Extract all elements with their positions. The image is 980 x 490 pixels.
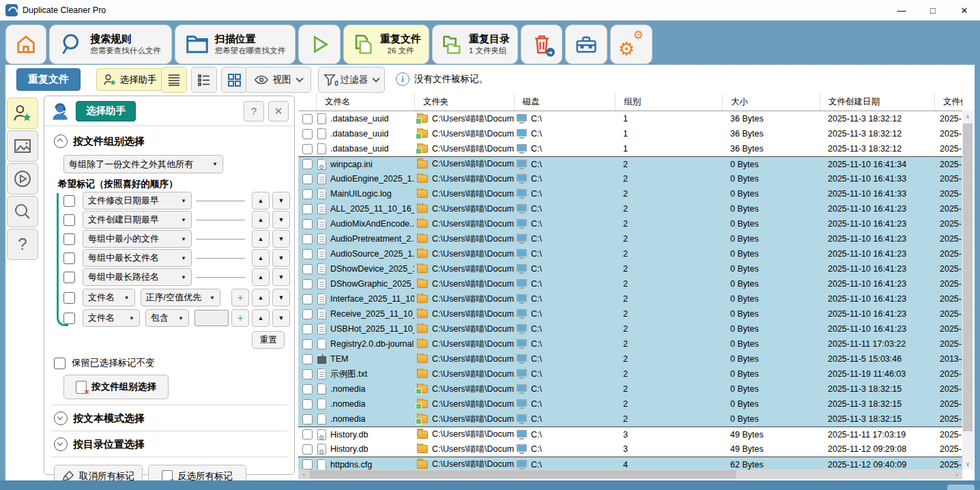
table-row[interactable]: .nomedia C:\Users\喵喵\Docum... C:\ 2 0 By…: [298, 412, 962, 427]
table-row[interactable]: .nomedia C:\Users\喵喵\Docum... C:\ 2 0 By…: [298, 381, 962, 397]
table-row[interactable]: .database_uuid C:\Users\喵喵\Docum... C:\ …: [298, 126, 962, 141]
move-up-button[interactable]: ▲: [252, 249, 270, 267]
grid-view-button[interactable]: [221, 67, 247, 93]
field-dropdown[interactable]: 文件名▼: [83, 289, 135, 306]
vertical-scrollbar[interactable]: ∧ ∨: [962, 111, 973, 470]
move-down-button[interactable]: ▼: [272, 268, 290, 286]
table-row[interactable]: Registry2.0.db-journal C:\Users\喵喵\Docum…: [298, 336, 962, 351]
keep-marks-checkbox[interactable]: [54, 358, 66, 369]
section-by-text-pattern[interactable]: 按文本模式选择: [54, 412, 145, 425]
header-created[interactable]: 文件创建日期: [820, 93, 934, 111]
table-row[interactable]: History.db C:\Users\喵喵\Docum... C:\ 3 49…: [298, 427, 962, 442]
selection-assistant-button[interactable]: 选择助手: [96, 68, 163, 91]
scroll-right-arrow[interactable]: ›: [951, 470, 962, 479]
row-checkbox[interactable]: [302, 399, 313, 409]
table-row[interactable]: .database_uuid C:\Users\喵喵\Docum... C:\ …: [298, 111, 962, 126]
add-criteria-button[interactable]: +: [231, 309, 249, 327]
header-folder[interactable]: 文件夹: [414, 93, 514, 111]
horizontal-scrollbar-thumb[interactable]: [310, 470, 736, 478]
criteria-dropdown[interactable]: 每组中最小的文件▼: [83, 230, 192, 248]
row-checkbox[interactable]: [302, 174, 313, 184]
table-row[interactable]: .database_uuid C:\Users\喵喵\Docum... C:\ …: [298, 141, 962, 156]
table-row[interactable]: 示例图.txt C:\Users\喵喵\Docum... C:\ 2 0 Byt…: [298, 366, 962, 381]
duplicate-files-tab-label[interactable]: 重复文件: [16, 68, 81, 91]
row-checkbox[interactable]: [302, 234, 313, 244]
table-row[interactable]: AudioPretreatment_2... C:\Users\喵喵\Docum…: [298, 231, 962, 246]
table-row[interactable]: DShowGraphic_2025_... C:\Users\喵喵\Docum.…: [298, 276, 962, 291]
row-checkbox[interactable]: [302, 324, 313, 334]
row-checkbox[interactable]: [302, 444, 313, 455]
criteria-checkbox[interactable]: [63, 233, 75, 245]
criteria-checkbox[interactable]: [63, 214, 75, 226]
duplicate-folders-tab[interactable]: 重复目录 1 文件夹组: [432, 25, 518, 64]
table-row[interactable]: AudioEngine_2025_1... C:\Users\喵喵\Docum.…: [298, 171, 962, 186]
start-scan-button[interactable]: [298, 25, 341, 64]
row-checkbox[interactable]: [302, 384, 313, 394]
move-down-button[interactable]: ▼: [272, 249, 290, 267]
table-row[interactable]: MainUILogic.log C:\Users\喵喵\Docum... C:\…: [298, 186, 962, 201]
scroll-left-arrow[interactable]: ‹: [298, 470, 309, 479]
group-mode-dropdown[interactable]: 每组除了一份文件之外其他所有▼: [63, 155, 223, 173]
header-modified[interactable]: 文件修改日期: [934, 93, 962, 111]
row-checkbox[interactable]: [302, 459, 313, 470]
search-rules-button[interactable]: 搜索规则 您需要查找什么文件: [49, 25, 172, 64]
move-up-button[interactable]: ▲: [252, 192, 270, 210]
move-down-button[interactable]: ▼: [272, 192, 290, 210]
order-dropdown[interactable]: 正序/空值优先▼: [141, 289, 220, 306]
table-row[interactable]: winpcap.ini C:\Users\喵喵\Docum... C:\ 2 0…: [298, 156, 962, 171]
criteria-checkbox[interactable]: [63, 195, 75, 207]
move-down-button[interactable]: ▼: [272, 211, 290, 229]
criteria-dropdown[interactable]: 文件修改日期最早▼: [83, 192, 192, 210]
vertical-scrollbar-thumb[interactable]: [963, 124, 972, 431]
criteria-dropdown[interactable]: 文件创建日期最早▼: [83, 211, 192, 229]
row-checkbox[interactable]: [302, 279, 313, 289]
rail-search-button[interactable]: [7, 196, 38, 227]
home-button[interactable]: [5, 25, 46, 64]
table-row[interactable]: AudioSource_2025_1... C:\Users\喵喵\Docum.…: [298, 246, 962, 261]
row-checkbox[interactable]: [302, 354, 313, 364]
view-dropdown[interactable]: 视图: [246, 67, 311, 93]
reset-button[interactable]: 重置: [252, 331, 285, 349]
row-checkbox[interactable]: [302, 129, 313, 139]
toolbox-button[interactable]: [565, 25, 607, 64]
scan-location-button[interactable]: 扫描位置 您希望在哪查找文件: [175, 25, 296, 64]
table-row[interactable]: Interface_2025_11_10... C:\Users\喵喵\Docu…: [298, 291, 962, 306]
add-criteria-button[interactable]: +: [231, 289, 249, 306]
move-up-button[interactable]: ▲: [252, 268, 270, 286]
rail-selection-assistant-button[interactable]: [7, 98, 38, 129]
row-checkbox[interactable]: [302, 339, 313, 349]
pattern-input[interactable]: [194, 310, 229, 326]
row-checkbox[interactable]: [302, 264, 313, 274]
row-checkbox[interactable]: [302, 219, 313, 229]
table-row[interactable]: AudioMixAndEncode... C:\Users\喵喵\Docum..…: [298, 216, 962, 231]
scroll-down-arrow[interactable]: ∨: [962, 459, 973, 470]
header-filename[interactable]: 文件名: [316, 93, 414, 111]
move-up-button[interactable]: ▲: [252, 211, 270, 229]
table-row[interactable]: httpdns.cfg C:\Users\喵喵\Docum... C:\ 4 6…: [298, 457, 962, 470]
rail-image-view-button[interactable]: [7, 130, 38, 162]
horizontal-scrollbar[interactable]: ‹ ›: [298, 470, 962, 479]
row-checkbox[interactable]: [302, 249, 313, 259]
criteria-checkbox[interactable]: [63, 292, 75, 304]
table-row[interactable]: ALL_2025_11_10_16_4... C:\Users\喵喵\Docum…: [298, 201, 962, 216]
section-by-file-group[interactable]: 按文件组别选择: [54, 134, 145, 148]
table-row[interactable]: History.db C:\Users\喵喵\Docum... C:\ 3 49…: [298, 442, 962, 457]
duplicate-files-tab[interactable]: 重复文件 26 文件: [343, 25, 429, 64]
table-row[interactable]: TEM C:\Users\喵喵\Docum... C:\ 2 0 Bytes 2…: [298, 351, 962, 366]
table-row[interactable]: Receive_2025_11_10_... C:\Users\喵喵\Docum…: [298, 306, 962, 321]
row-checkbox[interactable]: [302, 159, 313, 169]
minimize-button[interactable]: —: [886, 0, 917, 20]
move-up-button[interactable]: ▲: [252, 309, 270, 327]
move-down-button[interactable]: ▼: [272, 230, 290, 248]
header-group[interactable]: 组别: [615, 93, 722, 111]
move-down-button[interactable]: ▼: [272, 289, 290, 306]
row-checkbox[interactable]: [302, 309, 313, 319]
row-checkbox[interactable]: [302, 369, 313, 379]
rail-help-button[interactable]: ?: [7, 229, 38, 260]
criteria-dropdown[interactable]: 每组中最长文件名▼: [83, 249, 192, 267]
row-checkbox[interactable]: [302, 114, 313, 124]
criteria-checkbox[interactable]: [63, 313, 75, 324]
move-up-button[interactable]: ▲: [252, 230, 270, 248]
row-checkbox[interactable]: [302, 189, 313, 199]
apply-group-selection-button[interactable]: ✕ 按文件组别选择: [63, 375, 169, 399]
